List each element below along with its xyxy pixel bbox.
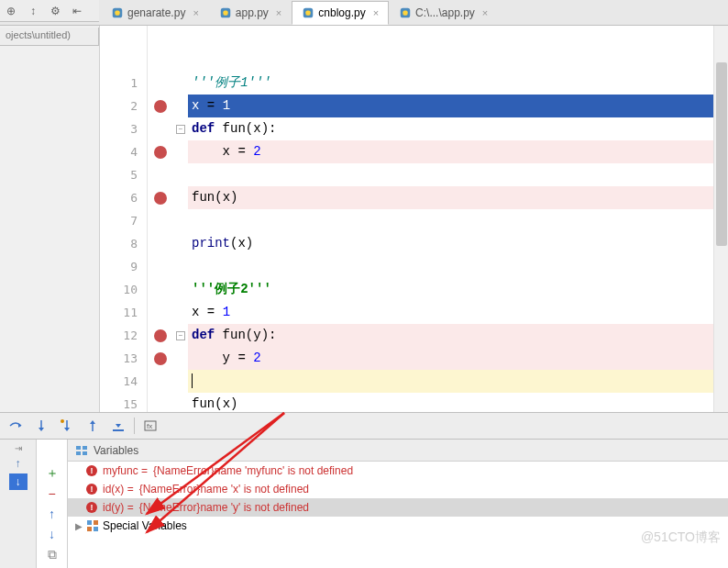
separator (134, 418, 135, 434)
step-over-icon[interactable] (6, 416, 26, 436)
close-icon[interactable]: × (373, 7, 379, 18)
svg-text:fx: fx (147, 422, 152, 430)
variable-error: {NameError}name 'x' is not defined (139, 483, 309, 496)
editor-tab-bar: genarate.py × app.py × cnblog.py × C:\..… (0, 0, 728, 26)
variables-icon (75, 444, 88, 457)
close-icon[interactable]: × (482, 7, 488, 18)
python-file-icon (111, 6, 124, 19)
duplicate-button[interactable]: ⧉ (43, 546, 61, 562)
breakpoint-gutter[interactable] (148, 26, 173, 412)
remove-watch-button[interactable]: − (43, 485, 61, 502)
tab-label: app.py (236, 6, 269, 19)
special-variables-row[interactable]: ▶Special Variables (68, 517, 728, 535)
step-into-icon[interactable] (31, 416, 51, 436)
error-icon: ! (86, 484, 97, 495)
special-variables-label: Special Variables (103, 519, 187, 532)
line-number-gutter: 123456789101112131415 (100, 26, 148, 412)
tab-label: genarate.py (127, 6, 185, 19)
project-path-label: ojects\untitled) (0, 28, 99, 46)
tab-label: C:\...\app.py (415, 6, 475, 19)
svg-marker-14 (116, 424, 121, 428)
error-icon: ! (86, 465, 97, 476)
breakpoint-icon[interactable] (154, 100, 167, 113)
scrollbar-thumb[interactable] (716, 62, 727, 246)
fold-gutter[interactable]: −− (173, 26, 188, 412)
close-icon[interactable]: × (276, 7, 281, 18)
svg-rect-22 (94, 520, 98, 525)
svg-rect-5 (306, 10, 311, 15)
svg-rect-23 (87, 527, 92, 531)
breakpoint-icon[interactable] (154, 352, 167, 365)
breakpoint-icon[interactable] (154, 192, 167, 205)
variables-header: Variables (68, 440, 728, 462)
debug-toolbar: fx (0, 412, 728, 440)
svg-rect-17 (76, 446, 81, 450)
evaluate-expression-icon[interactable]: fx (140, 416, 160, 436)
variable-row[interactable]: !id(y) = {NameError}name 'y' is not defi… (68, 498, 728, 517)
expand-icon[interactable]: ▶ (75, 521, 83, 531)
variables-main: Variables !myfunc = {NameError}name 'myf… (68, 440, 728, 568)
svg-point-11 (61, 419, 64, 423)
breakpoint-icon[interactable] (154, 146, 167, 159)
variables-list[interactable]: !myfunc = {NameError}name 'myfunc' is no… (68, 462, 728, 568)
tab-app2[interactable]: C:\...\app.py × (389, 1, 498, 25)
frame-up-button[interactable]: ↑ (9, 455, 28, 472)
variable-name: id(y) = (103, 501, 134, 514)
frames-nav: ⇥ ↑ ↓ (0, 440, 37, 568)
svg-rect-21 (87, 520, 92, 525)
svg-rect-7 (403, 10, 407, 15)
svg-marker-10 (64, 428, 70, 431)
add-watch-button[interactable]: ＋ (43, 465, 61, 482)
svg-rect-18 (83, 446, 87, 450)
sort-icon[interactable]: ↕ (26, 4, 40, 18)
error-icon: ! (86, 502, 97, 513)
watermark: @51CTO博客 (641, 529, 721, 546)
pin-icon[interactable]: ⇥ (15, 443, 22, 453)
variable-name: id(x) = (103, 483, 134, 496)
svg-rect-1 (115, 10, 119, 15)
variable-row[interactable]: !myfunc = {NameError}name 'myfunc' is no… (68, 462, 728, 480)
variable-error: {NameError}name 'y' is not defined (139, 501, 309, 514)
view-toolbar: ⊕ ↕ ⚙ ⇤ (0, 0, 99, 22)
python-file-icon (219, 6, 232, 19)
close-icon[interactable]: × (193, 7, 198, 18)
tab-genarate[interactable]: genarate.py × (101, 1, 209, 25)
tab-cnblog[interactable]: cnblog.py × (292, 1, 389, 25)
frame-down-button[interactable]: ↓ (9, 473, 28, 490)
variables-panel: ⇥ ↑ ↓ ＋ − ↑ ↓ ⧉ Variables !myfunc = {Nam… (0, 440, 728, 568)
gear-icon[interactable]: ⚙ (48, 4, 62, 18)
collapse-icon[interactable]: ⇤ (70, 4, 84, 18)
breakpoint-icon[interactable] (154, 329, 167, 342)
svg-rect-19 (76, 451, 81, 455)
svg-marker-9 (39, 428, 44, 431)
watch-controls: ＋ − ↑ ↓ ⧉ (37, 440, 68, 568)
grid-icon (86, 519, 99, 532)
editor-scrollbar[interactable] (713, 26, 728, 412)
fold-toggle-icon[interactable]: − (176, 125, 185, 134)
variable-row[interactable]: !id(x) = {NameError}name 'x' is not defi… (68, 480, 728, 498)
svg-rect-3 (223, 10, 227, 15)
run-to-cursor-icon[interactable] (108, 416, 128, 436)
svg-rect-13 (113, 429, 124, 431)
variable-error: {NameError}name 'myfunc' is not defined (153, 464, 353, 477)
code-area[interactable]: '''例子1'''x = 1def fun(x): x = 2fun(x)pri… (188, 26, 728, 412)
svg-marker-12 (90, 420, 95, 424)
variable-name: myfunc = (103, 464, 148, 477)
svg-rect-24 (94, 527, 98, 531)
svg-rect-20 (83, 451, 87, 455)
crosshair-icon[interactable]: ⊕ (4, 4, 18, 18)
python-file-icon (399, 6, 412, 19)
python-file-icon (302, 6, 314, 19)
code-editor[interactable]: 123456789101112131415 −− '''例子1'''x = 1d… (99, 26, 728, 412)
tab-label: cnblog.py (318, 6, 365, 19)
step-out-icon[interactable] (83, 416, 103, 436)
fold-toggle-icon[interactable]: − (176, 331, 185, 340)
tab-app[interactable]: app.py × (209, 1, 292, 25)
move-up-button[interactable]: ↑ (43, 506, 61, 522)
variables-title: Variables (94, 444, 138, 457)
step-into-my-icon[interactable] (57, 416, 77, 436)
move-down-button[interactable]: ↓ (43, 526, 61, 542)
